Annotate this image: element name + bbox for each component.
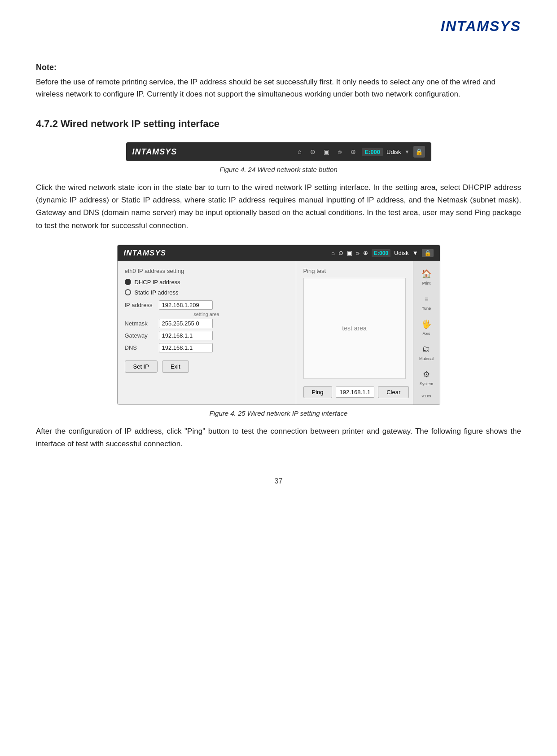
dhcp-label: DHCP IP address	[135, 279, 180, 286]
netmask-value[interactable]: 255.255.255.0	[159, 319, 213, 328]
lock-icon: 🔒	[413, 146, 425, 158]
sidebar-item-system[interactable]: ⚙ System	[413, 365, 440, 389]
home-icon: ⌂	[294, 147, 304, 157]
settings-icon: ⊙	[308, 147, 318, 157]
topbar-lock-icon: 🔒	[422, 249, 434, 257]
left-panel: eth0 IP address setting DHCP IP address …	[118, 261, 296, 404]
ip-label: IP address	[125, 302, 156, 308]
topbar-e000: E:000	[372, 249, 390, 257]
main-topbar: INTAMSYS ⌂ ⊙ ▣ ⌾ ⊕ E:000 Udisk ▼ 🔒	[118, 245, 440, 261]
sidebar-item-print[interactable]: 🏠 Print	[413, 265, 440, 288]
topbar-icon-network: ⊕	[363, 250, 368, 256]
ip-value[interactable]: 192.168.1.209	[159, 300, 213, 310]
test-area-label: test area	[342, 325, 366, 332]
tune-label: Tune	[422, 306, 431, 311]
left-panel-title: eth0 IP address setting	[125, 268, 289, 274]
topbar-icon-settings: ⊙	[338, 250, 343, 256]
brand-logo: INTAMSYS	[441, 18, 521, 35]
sidebar-item-axis[interactable]: 🖐 Axis	[413, 315, 440, 338]
monitor-icon: ▣	[321, 147, 331, 157]
version-label: V1.09	[422, 394, 431, 398]
topbar-icon-home: ⌂	[331, 250, 335, 256]
main-body: eth0 IP address setting DHCP IP address …	[118, 261, 440, 404]
e000-status: E:000	[362, 148, 383, 156]
note-text: Before the use of remote printing servic…	[36, 76, 521, 100]
static-radio-row[interactable]: Static IP address	[125, 289, 289, 296]
sidebar-item-tune[interactable]: ≡ Tune	[413, 290, 440, 313]
state-bar-right: ⌂ ⊙ ▣ ⌾ ⊕ E:000 Udisk ▼ 🔒	[294, 146, 425, 158]
page-number: 37	[36, 477, 521, 485]
udisk-label: Udisk	[386, 149, 401, 155]
gateway-field-row: Gateway 192.168.1.1	[125, 331, 289, 340]
ping-title: Ping test	[303, 268, 406, 274]
clear-button[interactable]: Clear	[378, 386, 409, 398]
note-label: Note:	[36, 63, 521, 72]
figure-24-container: INTAMSYS ⌂ ⊙ ▣ ⌾ ⊕ E:000 Udisk ▼ 🔒	[36, 142, 521, 161]
axis-icon: 🖐	[420, 318, 433, 330]
dhcp-radio[interactable]	[125, 279, 131, 285]
static-radio[interactable]	[125, 289, 131, 295]
ip-field-row: IP address 192.168.1.209 setting area	[125, 300, 289, 317]
after-text: After the configuration of IP address, c…	[36, 425, 521, 450]
topbar-icon-monitor: ▣	[347, 250, 352, 256]
exit-button[interactable]: Exit	[162, 360, 189, 373]
sidebar-item-material[interactable]: 🗂 Material	[413, 340, 440, 364]
netmask-label: Netmask	[125, 320, 156, 327]
dhcp-radio-row[interactable]: DHCP IP address	[125, 279, 289, 286]
static-label: Static IP address	[135, 289, 179, 296]
setting-area-label: setting area	[125, 312, 289, 317]
set-ip-button[interactable]: Set IP	[125, 360, 158, 373]
material-label: Material	[419, 356, 434, 361]
gateway-label: Gateway	[125, 332, 156, 339]
material-icon: 🗂	[420, 343, 433, 356]
system-icon: ⚙	[420, 368, 433, 381]
dropdown-arrow: ▼	[405, 149, 410, 154]
right-panel: Ping test test area Ping 192.168.1.1 Cle…	[296, 261, 413, 404]
main-topbar-right: ⌂ ⊙ ▣ ⌾ ⊕ E:000 Udisk ▼ 🔒	[331, 249, 433, 257]
axis-label: Axis	[422, 331, 430, 336]
topbar-udisk: Udisk	[394, 250, 409, 256]
section-heading: 4.7.2 Wired network IP setting interface	[36, 118, 521, 130]
topbar-dropdown: ▼	[412, 250, 418, 256]
test-area-box: test area	[303, 278, 406, 379]
netmask-field-row: Netmask 255.255.255.0	[125, 319, 289, 328]
tune-icon: ≡	[420, 293, 433, 305]
dns-label: DNS	[125, 344, 156, 351]
state-bar-logo: INTAMSYS	[132, 147, 177, 157]
dns-field-row: DNS 192.168.1.1	[125, 343, 289, 352]
sidebar-icons: 🏠 Print ≡ Tune 🖐 Axis 🗂 Material	[413, 261, 440, 404]
figure-24-caption: Figure 4. 24 Wired network state button	[36, 166, 521, 173]
ping-ip-display[interactable]: 192.168.1.1	[336, 387, 375, 398]
network-icon: ⊕	[348, 147, 358, 157]
dns-value[interactable]: 192.168.1.1	[159, 343, 213, 352]
main-topbar-logo: INTAMSYS	[124, 249, 167, 258]
right-button-row: Ping 192.168.1.1 Clear	[303, 386, 406, 398]
sidebar-item-version: V1.09	[413, 391, 440, 401]
state-bar-mockup: INTAMSYS ⌂ ⊙ ▣ ⌾ ⊕ E:000 Udisk ▼ 🔒	[126, 142, 431, 161]
print-label: Print	[422, 281, 431, 286]
system-label: System	[420, 382, 433, 386]
figure-25-caption: Figure 4. 25 Wired network IP setting in…	[36, 409, 521, 417]
left-button-row: Set IP Exit	[125, 360, 289, 373]
gateway-value[interactable]: 192.168.1.1	[159, 331, 213, 340]
wifi-icon: ⌾	[335, 147, 345, 157]
topbar-icon-wifi: ⌾	[356, 250, 360, 256]
print-icon: 🏠	[420, 268, 433, 280]
figure-25-container: INTAMSYS ⌂ ⊙ ▣ ⌾ ⊕ E:000 Udisk ▼ 🔒 eth0	[36, 245, 521, 405]
main-mockup: INTAMSYS ⌂ ⊙ ▣ ⌾ ⊕ E:000 Udisk ▼ 🔒 eth0	[117, 245, 440, 405]
ping-button[interactable]: Ping	[303, 386, 332, 398]
body-text-1: Click the wired network state icon in th…	[36, 181, 521, 232]
